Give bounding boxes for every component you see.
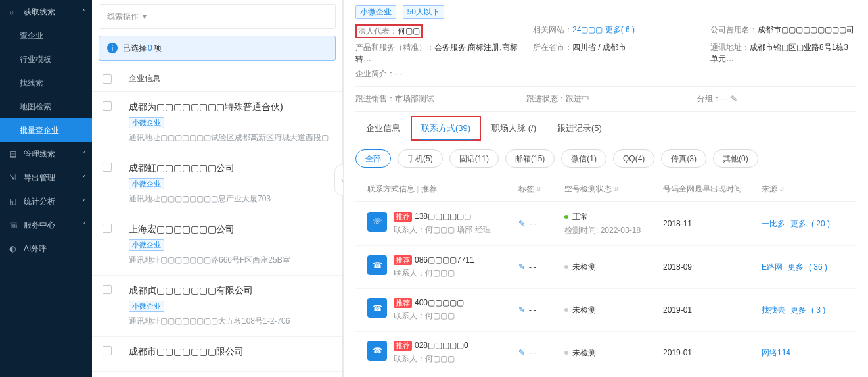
th-source[interactable]: 来源 xyxy=(762,184,844,195)
info-icon: i xyxy=(107,43,118,53)
source-count: ( 3 ) xyxy=(811,305,825,314)
bulk-ops-label: 线索操作 xyxy=(107,11,139,22)
row-checkbox[interactable] xyxy=(103,346,112,355)
contact-person: 联系人：何▢▢▢ xyxy=(394,353,468,364)
source-link[interactable]: E路网 xyxy=(762,263,783,272)
website-more[interactable]: 更多 xyxy=(605,25,621,34)
source-link[interactable]: 一比多 xyxy=(762,219,785,228)
website-value[interactable]: 24▢▢▢ xyxy=(572,25,603,34)
sidebar-group-icon: ⌕ xyxy=(9,7,18,16)
sidebar-item[interactable]: 查企业 xyxy=(0,24,92,47)
detail-tab[interactable]: 企业信息 xyxy=(355,116,411,141)
first-appear-time: 2018-09 xyxy=(663,263,762,272)
sidebar-item-label: 批量查企业 xyxy=(20,125,59,136)
edit-group-icon[interactable]: ✎ xyxy=(731,94,737,103)
filter-chip[interactable]: 传真(3) xyxy=(661,149,706,168)
source-count: ( 20 ) xyxy=(811,219,830,228)
row-checkbox[interactable] xyxy=(103,163,112,172)
source-link[interactable]: 找找去 xyxy=(762,305,785,314)
recommend-badge: 推荐 xyxy=(394,298,412,308)
source-link[interactable]: 网络114 xyxy=(762,348,790,357)
former-name-label: 公司曾用名： xyxy=(710,25,758,34)
company-address: 通讯地址▢▢▢▢▢▢▢▢大五段108号1-2-706 xyxy=(129,316,332,327)
source-more[interactable]: 更多 xyxy=(790,305,806,314)
edit-tag-icon[interactable]: ✎ xyxy=(518,263,525,272)
source-count: ( 36 ) xyxy=(809,263,827,272)
first-appear-time: 2019-01 xyxy=(663,305,762,314)
sidebar-item[interactable]: 行业模板 xyxy=(0,47,92,71)
former-name-value: 成都市▢▢▢▢▢▢▢▢▢司 xyxy=(758,25,854,34)
filter-chip[interactable]: 固话(11) xyxy=(449,149,499,168)
detail-tab[interactable]: 联系方式(39) xyxy=(411,116,481,141)
sidebar-group[interactable]: ▤管理线索˅ xyxy=(0,142,92,166)
company-name: 成都虹▢▢▢▢▢▢▢公司 xyxy=(129,163,332,174)
sidebar-group-icon: ⇲ xyxy=(9,173,18,182)
filter-chip[interactable]: 微信(1) xyxy=(561,149,606,168)
bulk-ops-dropdown[interactable]: 线索操作 ▾ xyxy=(99,4,336,29)
row-checkbox[interactable] xyxy=(103,285,112,294)
filter-chip[interactable]: QQ(4) xyxy=(613,149,654,168)
sidebar-group[interactable]: ◐AI外呼 xyxy=(0,237,92,261)
chevron-icon: ˄ xyxy=(82,9,85,16)
company-tag: 小微企业 xyxy=(129,301,164,312)
first-appear-time: 2018-11 xyxy=(663,219,762,228)
tag-pill[interactable]: 小微企业 xyxy=(355,5,396,19)
contact-row: ☎ 推荐400▢▢▢▢▢ 联系人：何▢▢▢ ✎- - 未检测 2019-01 找… xyxy=(355,289,856,332)
group-value: - - xyxy=(721,94,728,103)
follow-bar: 跟进销售：市场部测试 跟进状态：跟进中 分组：- - ✎ xyxy=(355,86,856,112)
company-row[interactable]: 上海宏▢▢▢▢▢▢▢公司 小微企业 通讯地址▢▢▢▢▢▢▢路666号F区西座25… xyxy=(92,214,342,276)
first-appear-time: 2019-01 xyxy=(663,348,762,357)
sidebar-group[interactable]: ◱统计分析˅ xyxy=(0,189,92,213)
selected-count: 0 xyxy=(148,43,152,53)
source-more[interactable]: 更多 xyxy=(790,219,806,228)
row-checkbox[interactable] xyxy=(103,101,112,111)
row-checkbox[interactable] xyxy=(103,224,112,233)
sidebar-group-icon: ◐ xyxy=(9,244,18,253)
contact-type-icon: ☎ xyxy=(367,298,387,318)
contact-person: 联系人：何▢▢▢ xyxy=(394,311,464,322)
company-address: 通讯地址▢▢▢▢▢▢▢试验区成都高新区府城大道西段▢ xyxy=(129,132,332,143)
status-dot-icon xyxy=(564,215,568,219)
list-header-label: 企业信息 xyxy=(129,73,160,84)
sidebar-item-label: 找线索 xyxy=(20,78,43,89)
sidebar-group-label: 导出管理 xyxy=(24,172,55,184)
company-row[interactable]: 成都虹▢▢▢▢▢▢▢公司 小微企业 通讯地址▢▢▢▢▢▢▢▢息产业大厦703 xyxy=(92,153,342,214)
chevron-icon: ˅ xyxy=(82,198,85,205)
th-tag[interactable]: 标签 xyxy=(518,184,564,195)
filter-chip[interactable]: 手机(5) xyxy=(398,149,443,168)
sidebar-item[interactable]: 地图检索 xyxy=(0,95,92,118)
sidebar-group[interactable]: ⇲导出管理˅ xyxy=(0,166,92,189)
filter-chip[interactable]: 邮箱(15) xyxy=(505,149,555,168)
detail-tab[interactable]: 职场人脉 (/) xyxy=(481,116,547,141)
company-row[interactable]: 成都为▢▢▢▢▢▢▢▢特殊普通合伙) 小微企业 通讯地址▢▢▢▢▢▢▢试验区成都… xyxy=(92,92,342,153)
sidebar-group-label: 统计分析 xyxy=(24,196,55,207)
edit-tag-icon[interactable]: ✎ xyxy=(518,348,525,357)
company-row[interactable]: 成都贞▢▢▢▢▢▢▢有限公司 小微企业 通讯地址▢▢▢▢▢▢▢▢大五段108号1… xyxy=(92,276,342,337)
status-text: 未检测 xyxy=(572,348,596,357)
sidebar-item[interactable]: 批量查企业 xyxy=(0,118,92,142)
intro-label: 企业简介： xyxy=(355,69,395,78)
filter-chip[interactable]: 其他(0) xyxy=(713,149,758,168)
company-row[interactable]: 成都市▢▢▢▢▢▢▢限公司 xyxy=(92,337,342,372)
contact-row: ☎ 推荐028▢▢▢▢▢0 联系人：何▢▢▢ ✎- - 未检测 2019-01 … xyxy=(355,332,856,374)
sidebar-group[interactable]: ☏服务中心˅ xyxy=(0,213,92,237)
source-more[interactable]: 更多 xyxy=(788,263,804,272)
edit-tag-icon[interactable]: ✎ xyxy=(518,219,525,228)
company-address: 通讯地址▢▢▢▢▢▢▢路666号F区西座25B室 xyxy=(129,255,332,266)
status-text: 未检测 xyxy=(572,263,596,272)
company-address: 通讯地址▢▢▢▢▢▢▢▢息产业大厦703 xyxy=(129,193,332,205)
group-label: 分组： xyxy=(697,94,721,103)
contact-person: 联系人：何▢▢▢ 场部 经理 xyxy=(394,224,491,236)
th-recommend[interactable]: 推荐 xyxy=(421,184,437,193)
th-empty-status[interactable]: 空号检测状态 xyxy=(564,184,663,195)
tag-pill[interactable]: 50人以下 xyxy=(403,5,444,19)
filter-chip[interactable]: 全部 xyxy=(355,149,391,168)
edit-tag-icon[interactable]: ✎ xyxy=(518,305,525,314)
sidebar-group[interactable]: ⌕获取线索˄ xyxy=(0,0,92,24)
detail-tab[interactable]: 跟进记录(5) xyxy=(547,116,612,141)
follow-status-label: 跟进状态： xyxy=(526,94,566,103)
sidebar-item[interactable]: 找线索 xyxy=(0,71,92,95)
address-label: 通讯地址： xyxy=(710,43,750,52)
selected-prefix: 已选择 xyxy=(123,43,147,54)
select-all-checkbox[interactable] xyxy=(103,74,112,84)
